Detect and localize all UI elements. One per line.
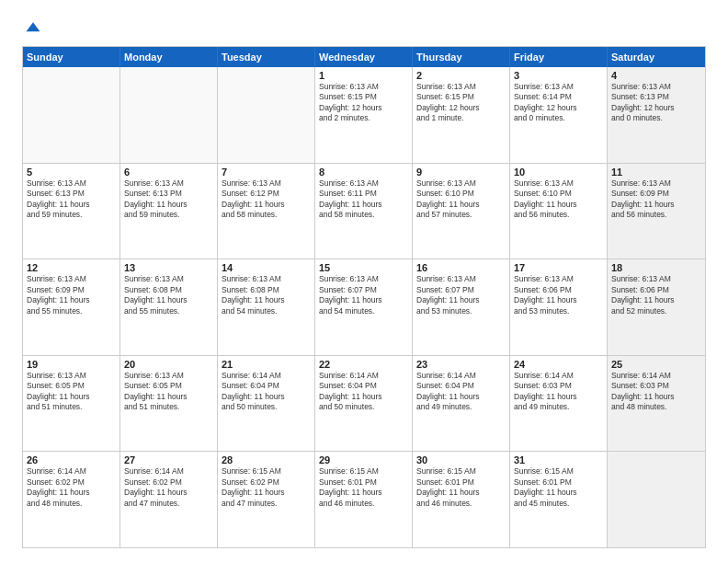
day-info: Sunrise: 6:13 AM Sunset: 6:14 PM Dayligh… [514,82,603,124]
day-info: Sunrise: 6:14 AM Sunset: 6:02 PM Dayligh… [124,466,213,509]
calendar-cell: 5Sunrise: 6:13 AM Sunset: 6:13 PM Daylig… [23,164,120,259]
day-number: 3 [514,70,603,81]
weekday-header: Wednesday [315,47,413,67]
calendar-cell: 19Sunrise: 6:13 AM Sunset: 6:05 PM Dayli… [23,356,120,452]
day-info: Sunrise: 6:13 AM Sunset: 6:13 PM Dayligh… [124,178,213,221]
day-number: 6 [124,167,213,178]
calendar-cell: 15Sunrise: 6:13 AM Sunset: 6:07 PM Dayli… [315,259,413,355]
calendar-row: 12Sunrise: 6:13 AM Sunset: 6:09 PM Dayli… [23,259,705,355]
day-number: 9 [416,167,506,178]
calendar-cell: 8Sunrise: 6:13 AM Sunset: 6:11 PM Daylig… [315,164,413,259]
day-info: Sunrise: 6:13 AM Sunset: 6:10 PM Dayligh… [416,178,506,221]
calendar-cell [218,67,315,163]
weekday-header: Tuesday [218,47,315,67]
calendar-cell: 14Sunrise: 6:13 AM Sunset: 6:08 PM Dayli… [218,259,315,355]
day-info: Sunrise: 6:13 AM Sunset: 6:07 PM Dayligh… [319,274,408,316]
day-info: Sunrise: 6:13 AM Sunset: 6:09 PM Dayligh… [611,178,701,221]
calendar-cell: 27Sunrise: 6:14 AM Sunset: 6:02 PM Dayli… [120,452,218,547]
calendar-cell: 22Sunrise: 6:14 AM Sunset: 6:04 PM Dayli… [315,356,413,452]
day-info: Sunrise: 6:15 AM Sunset: 6:01 PM Dayligh… [416,466,506,509]
day-info: Sunrise: 6:13 AM Sunset: 6:06 PM Dayligh… [514,274,603,316]
calendar-cell: 11Sunrise: 6:13 AM Sunset: 6:09 PM Dayli… [608,164,705,259]
day-info: Sunrise: 6:13 AM Sunset: 6:08 PM Dayligh… [222,274,311,316]
calendar-cell: 23Sunrise: 6:14 AM Sunset: 6:04 PM Dayli… [413,356,510,452]
day-number: 20 [124,359,213,370]
day-number: 10 [514,167,603,178]
day-info: Sunrise: 6:13 AM Sunset: 6:15 PM Dayligh… [319,82,408,124]
weekday-header: Thursday [413,47,510,67]
calendar-cell [120,67,218,163]
day-number: 7 [222,167,311,178]
day-number: 23 [416,359,506,370]
calendar-cell: 1Sunrise: 6:13 AM Sunset: 6:15 PM Daylig… [315,67,413,163]
day-number: 17 [514,262,603,273]
day-info: Sunrise: 6:14 AM Sunset: 6:02 PM Dayligh… [27,466,116,509]
day-info: Sunrise: 6:14 AM Sunset: 6:04 PM Dayligh… [319,371,408,413]
page: SundayMondayTuesdayWednesdayThursdayFrid… [0,0,728,563]
day-number: 22 [319,359,408,370]
day-number: 11 [611,167,701,178]
weekday-header: Monday [120,47,218,67]
day-info: Sunrise: 6:13 AM Sunset: 6:13 PM Dayligh… [27,178,116,221]
calendar-cell: 29Sunrise: 6:15 AM Sunset: 6:01 PM Dayli… [315,452,413,547]
day-info: Sunrise: 6:14 AM Sunset: 6:03 PM Dayligh… [514,371,603,413]
day-info: Sunrise: 6:13 AM Sunset: 6:09 PM Dayligh… [27,274,116,316]
calendar-cell: 12Sunrise: 6:13 AM Sunset: 6:09 PM Dayli… [23,259,120,355]
calendar-header: SundayMondayTuesdayWednesdayThursdayFrid… [23,47,705,67]
day-number: 5 [27,167,116,178]
calendar-cell: 28Sunrise: 6:15 AM Sunset: 6:02 PM Dayli… [218,452,315,547]
logo-icon [24,18,42,37]
day-info: Sunrise: 6:13 AM Sunset: 6:15 PM Dayligh… [416,82,506,124]
day-number: 18 [611,262,701,273]
calendar-body: 1Sunrise: 6:13 AM Sunset: 6:15 PM Daylig… [23,67,705,547]
day-info: Sunrise: 6:15 AM Sunset: 6:02 PM Dayligh… [222,466,311,509]
day-info: Sunrise: 6:13 AM Sunset: 6:05 PM Dayligh… [27,371,116,413]
calendar-cell [23,67,120,163]
calendar-row: 19Sunrise: 6:13 AM Sunset: 6:05 PM Dayli… [23,355,705,452]
calendar-cell: 18Sunrise: 6:13 AM Sunset: 6:06 PM Dayli… [608,259,705,355]
calendar-cell: 21Sunrise: 6:14 AM Sunset: 6:04 PM Dayli… [218,356,315,452]
weekday-header: Saturday [608,47,705,67]
calendar-cell: 6Sunrise: 6:13 AM Sunset: 6:13 PM Daylig… [120,164,218,259]
day-info: Sunrise: 6:13 AM Sunset: 6:12 PM Dayligh… [222,178,311,221]
calendar-cell: 13Sunrise: 6:13 AM Sunset: 6:08 PM Dayli… [120,259,218,355]
day-number: 12 [27,262,116,273]
day-number: 30 [416,454,506,465]
calendar-cell: 17Sunrise: 6:13 AM Sunset: 6:06 PM Dayli… [510,259,608,355]
day-info: Sunrise: 6:13 AM Sunset: 6:06 PM Dayligh… [611,274,701,316]
weekday-header: Sunday [23,47,120,67]
day-info: Sunrise: 6:13 AM Sunset: 6:10 PM Dayligh… [514,178,603,221]
day-number: 26 [27,454,116,465]
calendar-row: 5Sunrise: 6:13 AM Sunset: 6:13 PM Daylig… [23,163,705,259]
day-number: 14 [222,262,311,273]
calendar-cell [608,452,705,547]
calendar-cell: 24Sunrise: 6:14 AM Sunset: 6:03 PM Dayli… [510,356,608,452]
day-number: 29 [319,454,408,465]
day-number: 24 [514,359,603,370]
calendar: SundayMondayTuesdayWednesdayThursdayFrid… [22,46,706,548]
calendar-cell: 9Sunrise: 6:13 AM Sunset: 6:10 PM Daylig… [413,164,510,259]
day-number: 13 [124,262,213,273]
day-number: 4 [611,70,701,81]
day-info: Sunrise: 6:14 AM Sunset: 6:04 PM Dayligh… [416,371,506,413]
day-number: 2 [416,70,506,81]
header [22,18,706,37]
day-number: 1 [319,70,408,81]
calendar-cell: 7Sunrise: 6:13 AM Sunset: 6:12 PM Daylig… [218,164,315,259]
day-info: Sunrise: 6:13 AM Sunset: 6:07 PM Dayligh… [416,274,506,316]
calendar-cell: 26Sunrise: 6:14 AM Sunset: 6:02 PM Dayli… [23,452,120,547]
calendar-cell: 4Sunrise: 6:13 AM Sunset: 6:13 PM Daylig… [608,67,705,163]
weekday-header: Friday [510,47,608,67]
day-number: 27 [124,454,213,465]
day-number: 21 [222,359,311,370]
calendar-cell: 30Sunrise: 6:15 AM Sunset: 6:01 PM Dayli… [413,452,510,547]
day-number: 16 [416,262,506,273]
calendar-row: 26Sunrise: 6:14 AM Sunset: 6:02 PM Dayli… [23,451,705,547]
day-number: 28 [222,454,311,465]
day-info: Sunrise: 6:15 AM Sunset: 6:01 PM Dayligh… [514,466,603,509]
day-info: Sunrise: 6:13 AM Sunset: 6:05 PM Dayligh… [124,371,213,413]
day-number: 8 [319,167,408,178]
calendar-cell: 25Sunrise: 6:14 AM Sunset: 6:03 PM Dayli… [608,356,705,452]
day-number: 31 [514,454,603,465]
calendar-cell: 2Sunrise: 6:13 AM Sunset: 6:15 PM Daylig… [413,67,510,163]
